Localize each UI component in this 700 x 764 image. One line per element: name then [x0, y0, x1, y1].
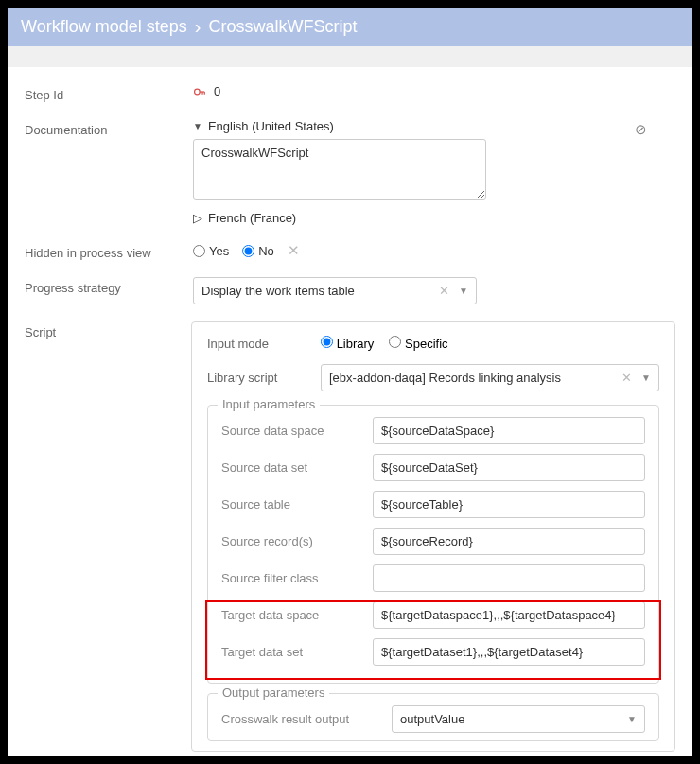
clear-progress-icon[interactable]: ✕: [439, 284, 449, 298]
label-step-id: Step Id: [25, 84, 193, 102]
input-mode-group: Library Specific: [321, 336, 659, 351]
documentation-block: ▼ English (United States) ⊘ ▷ French (Fr…: [193, 119, 675, 225]
label-input-mode: Input mode: [207, 337, 321, 351]
param-row: Source record(s): [221, 528, 645, 555]
label-script: Script: [25, 321, 193, 339]
radio-no[interactable]: No: [242, 244, 274, 258]
param-label: Source data space: [221, 424, 373, 438]
value-step-id: 0: [193, 84, 675, 98]
param-label: Target data set: [221, 645, 373, 659]
param-input[interactable]: [373, 454, 645, 481]
param-label: Source record(s): [221, 534, 373, 548]
param-label: Source filter class: [221, 571, 373, 585]
window-frame: Workflow model steps › CrosswalkWFScript…: [8, 8, 692, 756]
param-input[interactable]: [373, 491, 645, 518]
library-script-select[interactable]: [ebx-addon-daqa] Records linking analysi…: [321, 364, 659, 391]
output-params-title: Output parameters: [218, 686, 329, 700]
library-script-wrap: [ebx-addon-daqa] Records linking analysi…: [321, 364, 659, 391]
param-input[interactable]: [373, 417, 645, 444]
row-step-id: Step Id 0: [25, 84, 675, 102]
documentation-textarea[interactable]: [193, 139, 486, 200]
script-panel: Input mode Library Specific Library scri…: [191, 321, 675, 752]
clear-library-icon[interactable]: ✕: [621, 371, 632, 385]
breadcrumb-current: CrosswalkWFScript: [208, 17, 357, 37]
param-input[interactable]: [373, 564, 645, 592]
breadcrumb-header: Workflow model steps › CrosswalkWFScript: [8, 8, 692, 46]
breadcrumb-root[interactable]: Workflow model steps: [21, 17, 187, 37]
label-library-script: Library script: [207, 371, 321, 385]
chevron-down-icon: ▼: [627, 714, 637, 724]
param-row: Source data set: [221, 454, 645, 481]
row-progress: Progress strategy Display the work items…: [25, 277, 675, 304]
triangle-right-icon: ▷: [193, 211, 202, 225]
label-documentation: Documentation: [25, 119, 193, 137]
radio-library[interactable]: Library: [321, 336, 374, 351]
chevron-down-icon: ▼: [459, 286, 468, 296]
param-label: Source data set: [221, 460, 373, 475]
step-id-text: 0: [214, 84, 220, 98]
label-output-param: Crosswalk result output: [221, 712, 392, 726]
param-input[interactable]: [373, 528, 645, 555]
param-row: Source data space: [221, 417, 645, 444]
svg-point-0: [195, 89, 201, 95]
param-label: Source table: [221, 497, 373, 512]
progress-strategy-select[interactable]: Display the work items table ✕ ▼: [193, 277, 477, 304]
output-param-select[interactable]: outputValue ▼: [392, 705, 645, 733]
hidden-radio-group: Yes No ✕: [193, 242, 300, 259]
row-hidden: Hidden in process view Yes No ✕: [25, 242, 675, 260]
label-hidden: Hidden in process view: [25, 242, 193, 260]
row-input-mode: Input mode Library Specific: [207, 336, 659, 351]
param-label: Target data space: [221, 608, 373, 622]
null-icon[interactable]: ⊘: [635, 121, 647, 138]
progress-select-wrap: Display the work items table ✕ ▼: [193, 277, 477, 304]
input-parameters-fieldset: Input parameters Source data spaceSource…: [207, 405, 659, 684]
chevron-down-icon: ▼: [641, 373, 651, 383]
param-row: Target data space: [221, 601, 645, 629]
lang-english-toggle[interactable]: ▼ English (United States): [193, 119, 675, 133]
chevron-right-icon: ›: [195, 16, 201, 38]
radio-specific[interactable]: Specific: [389, 336, 447, 351]
form-content: Step Id 0 Documentation ▼ English (Unite…: [8, 67, 692, 752]
triangle-down-icon: ▼: [193, 121, 202, 131]
param-row: Source table: [221, 491, 645, 518]
param-row: Source filter class: [221, 564, 645, 592]
output-parameters-fieldset: Output parameters Crosswalk result outpu…: [207, 693, 659, 741]
row-library-script: Library script [ebx-addon-daqa] Records …: [207, 364, 659, 391]
clear-hidden-icon[interactable]: ✕: [288, 242, 300, 259]
row-script: Script Input mode Library Specific Libra…: [25, 321, 675, 752]
lang-french-toggle[interactable]: ▷ French (France): [193, 211, 675, 225]
lang-french-label: French (France): [208, 211, 296, 225]
radio-yes[interactable]: Yes: [193, 244, 229, 258]
row-documentation: Documentation ▼ English (United States) …: [25, 119, 675, 225]
lang-english-label: English (United States): [208, 119, 334, 133]
param-input[interactable]: [373, 638, 645, 666]
label-progress: Progress strategy: [25, 277, 193, 295]
param-row: Target data set: [221, 638, 645, 666]
output-param-value: outputValue: [400, 712, 464, 726]
library-script-value: [ebx-addon-daqa] Records linking analysi…: [329, 371, 561, 385]
progress-strategy-value: Display the work items table: [201, 284, 355, 298]
toolbar-spacer: [8, 46, 692, 67]
row-output-param: Crosswalk result output outputValue ▼: [221, 705, 645, 733]
input-params-title: Input parameters: [218, 397, 320, 411]
primary-key-icon: [193, 85, 206, 98]
param-input[interactable]: [373, 601, 645, 629]
